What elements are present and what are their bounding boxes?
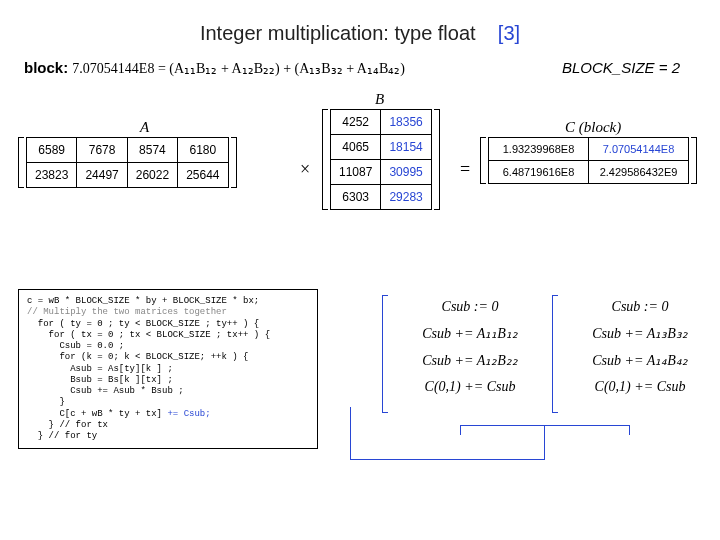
matrix-C-table: 1.93239968E87.07054144E8 6.48719616E82.4… [488,137,689,184]
table-row: 1.93239968E87.07054144E8 [489,138,689,161]
connector-up [350,407,351,459]
slide-title: Integer multiplication: type float [3] [0,0,720,45]
matrix-B: 425218356 406518154 1108730995 630329283 [322,109,440,210]
formula-line: Csub += A₁₄B₄₂ [565,352,715,369]
bracket-right [691,137,697,184]
connector-horizontal [460,425,630,435]
table-row: 630329283 [331,185,432,210]
title-index: [3] [498,22,520,44]
equals-operator: = [460,159,470,180]
block-expr: 7.07054144E8 = (A₁₁B₁₂ + A₁₂B₂₂) + (A₁₃B… [72,61,405,76]
formula-line: C(0,1) += Csub [395,379,545,395]
brace-left-2 [552,295,558,413]
connector-vertical [544,425,545,459]
bracket-left [18,137,24,188]
block-label: block: [24,59,68,76]
matrix-A-table: 6589767885746180 23823244972602225644 [26,137,229,188]
formula-line: Csub := 0 [395,299,545,315]
matrix-C-label: C (block) [565,119,621,136]
matrix-B-table: 425218356 406518154 1108730995 630329283 [330,109,432,210]
matrix-A: 6589767885746180 23823244972602225644 [18,137,237,188]
times-operator: × [300,159,310,180]
table-row: 6.48719616E82.429586432E9 [489,161,689,184]
matrix-A-label: A [140,119,149,136]
formula-line: Csub += A₁₂B₂₂ [395,352,545,369]
table-row: 406518154 [331,135,432,160]
matrix-C: 1.93239968E87.07054144E8 6.48719616E82.4… [480,137,697,184]
bracket-left [322,109,328,210]
bottom-area: c = wB * BLOCK_SIZE * by + BLOCK_SIZE * … [0,289,720,540]
formula-column-2: Csub := 0 Csub += A₁₃B₃₂ Csub += A₁₄B₄₂ … [565,289,715,405]
formula-line: Csub := 0 [565,299,715,315]
formula-column-1: Csub := 0 Csub += A₁₁B₁₂ Csub += A₁₂B₂₂ … [395,289,545,405]
block-definition: block: 7.07054144E8 = (A₁₁B₁₂ + A₁₂B₂₂) … [24,59,405,77]
brace-left-1 [382,295,388,413]
connector-to-code [350,459,545,460]
bracket-right [434,109,440,210]
matrix-B-label: B [375,91,384,108]
table-row: 425218356 [331,110,432,135]
matrix-area: A 6589767885746180 23823244972602225644 … [0,91,720,271]
table-row: 23823244972602225644 [27,163,229,188]
bracket-right [231,137,237,188]
table-row: 1108730995 [331,160,432,185]
header-row: block: 7.07054144E8 = (A₁₁B₁₂ + A₁₂B₂₂) … [0,45,720,85]
code-block: c = wB * BLOCK_SIZE * by + BLOCK_SIZE * … [18,289,318,449]
formula-line: C(0,1) += Csub [565,379,715,395]
title-text: Integer multiplication: type float [200,22,476,44]
formula-line: Csub += A₁₁B₁₂ [395,325,545,342]
table-row: 6589767885746180 [27,138,229,163]
block-size: BLOCK_SIZE = 2 [562,59,680,77]
bracket-left [480,137,486,184]
formula-line: Csub += A₁₃B₃₂ [565,325,715,342]
